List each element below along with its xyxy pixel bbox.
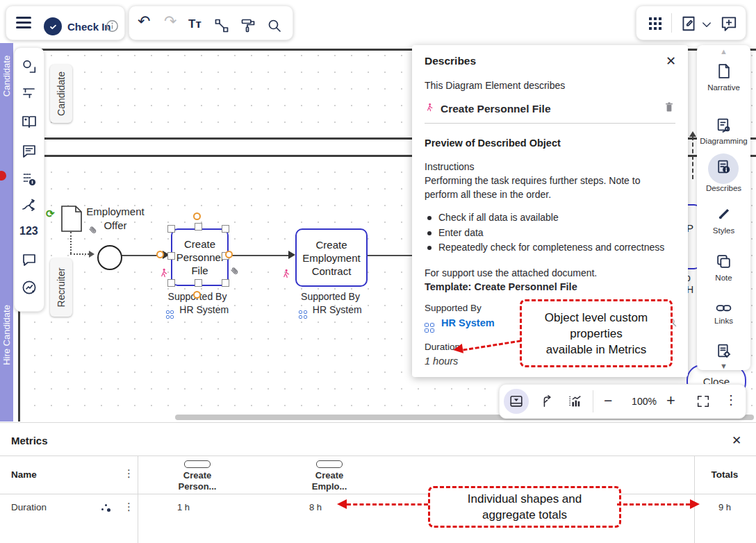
totals-column-header: Totals [694, 469, 755, 480]
scroll-up-icon[interactable]: ▲ [697, 47, 750, 56]
name-column-header[interactable]: Name [11, 469, 37, 480]
sequence-flow-2[interactable] [226, 255, 289, 256]
right-sidebar: ▲ Narrative Diagramming Describes Styles… [697, 45, 750, 370]
text-tool-icon[interactable]: Tᴛ [188, 17, 202, 31]
fullscreen-icon[interactable] [696, 394, 711, 409]
menu-icon[interactable] [16, 17, 31, 29]
bullet-marker [427, 216, 432, 220]
column-header-task1[interactable]: Person... [163, 481, 232, 492]
search-icon[interactable] [266, 17, 283, 34]
undo-icon[interactable]: ↶ [138, 12, 150, 31]
task-shape-icon [316, 460, 343, 468]
panel-title: Describes [425, 55, 476, 67]
template-link[interactable]: Template: Create Personnel File [425, 281, 577, 292]
column-header-task2[interactable]: Emplo... [295, 481, 364, 492]
connector-tool-icon[interactable] [213, 17, 230, 34]
selection-handle[interactable] [167, 225, 175, 233]
metrics-view-icon[interactable] [568, 394, 583, 409]
column-header-task2[interactable]: Create [295, 470, 364, 481]
checkin-status-icon[interactable] [44, 17, 62, 35]
scatter-icon[interactable] [101, 503, 113, 513]
task-create-employment-contract[interactable]: CreateEmploymentContract [295, 228, 368, 287]
connection-dock[interactable] [193, 212, 201, 220]
message-flow-arrowhead [689, 131, 696, 137]
chevron-down-icon[interactable] [700, 19, 713, 31]
instructions-text: Performing the task requires further ste… [425, 175, 640, 186]
edit-toolbar: ↶ ↷ Tᴛ [129, 6, 293, 40]
apps-grid-icon[interactable] [648, 16, 663, 31]
row-menu-icon[interactable]: ⋮ [124, 501, 134, 513]
comment-tool-icon[interactable] [21, 143, 38, 160]
metrics-panel: Metrics ✕ Name ⋮ Create Person... Create… [0, 422, 756, 543]
links-icon [715, 299, 732, 317]
divider [593, 390, 593, 412]
info-icon[interactable] [105, 19, 120, 33]
annotation-metrics-totals: Individual shapes and aggregate totals [428, 486, 621, 528]
checkin-toolbar: Check In [6, 6, 125, 40]
diagramming-icon [715, 117, 732, 134]
bullet-marker [427, 246, 432, 250]
glossary-icon[interactable] [21, 114, 38, 131]
column-divider [138, 456, 138, 543]
sidebar-item-settings[interactable] [697, 342, 750, 360]
start-event[interactable] [97, 245, 122, 270]
system-link-row: HR System [425, 317, 495, 333]
format-painter-icon[interactable] [240, 17, 256, 34]
more-options-icon[interactable]: ⋮ [725, 392, 737, 408]
redo-icon[interactable]: ↷ [164, 12, 176, 31]
selection-handle[interactable] [195, 279, 202, 287]
align-tool-icon[interactable] [21, 85, 38, 101]
duration-value: 1 hours [425, 356, 458, 367]
metric-value-task1: 1 h [149, 502, 218, 512]
branch-tool-icon[interactable] [21, 197, 38, 214]
system-grid-icon [166, 310, 174, 319]
zoom-out-button[interactable]: − [604, 392, 612, 409]
selection-handle[interactable] [167, 279, 175, 287]
lane-label-recruiter[interactable]: Recruiter [50, 258, 72, 317]
close-icon[interactable]: ✕ [732, 433, 741, 448]
metric-row-name[interactable]: Duration [11, 502, 47, 512]
zoom-in-button[interactable]: + [666, 392, 675, 410]
objects-tool-icon[interactable] [21, 58, 38, 75]
note-tool-icon[interactable] [21, 251, 38, 268]
connection-dock[interactable] [156, 251, 164, 258]
new-document-icon[interactable] [680, 15, 698, 33]
document-shape[interactable] [61, 206, 82, 232]
selection-handle[interactable] [195, 223, 202, 231]
person-icon [281, 268, 292, 281]
sidebar-item-links[interactable]: Links [697, 299, 750, 325]
metrics-tool-icon[interactable]: 123 [19, 225, 38, 237]
described-element-link[interactable]: Create Personnel File [441, 103, 551, 115]
flow-view-icon[interactable] [540, 394, 555, 409]
divider [425, 123, 675, 124]
sidebar-item-diagramming[interactable]: Diagramming [697, 117, 750, 145]
attributes-tool-icon[interactable] [21, 171, 38, 187]
annotation-arrowhead [690, 499, 700, 509]
analytics-tool-icon[interactable] [21, 279, 38, 296]
zoom-level[interactable]: 100% [628, 396, 660, 407]
connection-dock[interactable] [225, 251, 233, 258]
task-create-personnel-file[interactable]: CreatePersonnelFile [171, 228, 229, 286]
sync-icon: ⟳ [46, 208, 55, 220]
sidebar-item-describes[interactable]: Describes [697, 158, 750, 192]
column-menu-icon[interactable]: ⋮ [124, 467, 134, 480]
person-icon [425, 102, 435, 114]
selection-handle[interactable] [222, 279, 229, 287]
delete-icon[interactable] [663, 101, 675, 114]
association-connector-v [70, 232, 72, 253]
sidebar-item-styles[interactable]: Styles [697, 206, 750, 235]
selection-handle[interactable] [167, 252, 175, 260]
close-icon[interactable]: ✕ [666, 53, 676, 69]
connection-dock[interactable] [193, 291, 201, 299]
system-link[interactable]: HR System [441, 317, 495, 328]
pool-strip-label-bottom: Hire Candidate [0, 290, 13, 379]
lane-label-candidate[interactable]: Candidate [50, 65, 72, 123]
scroll-down-icon[interactable]: ▼ [697, 362, 750, 370]
panel-toggle-icon[interactable] [509, 394, 524, 409]
sidebar-item-note[interactable]: Note [697, 253, 750, 282]
add-comment-icon[interactable] [720, 15, 738, 33]
selection-handle[interactable] [222, 225, 229, 233]
column-header-task1[interactable]: Create [163, 470, 232, 481]
sidebar-item-narrative[interactable]: Narrative [697, 62, 750, 92]
document-settings-icon [715, 342, 732, 360]
